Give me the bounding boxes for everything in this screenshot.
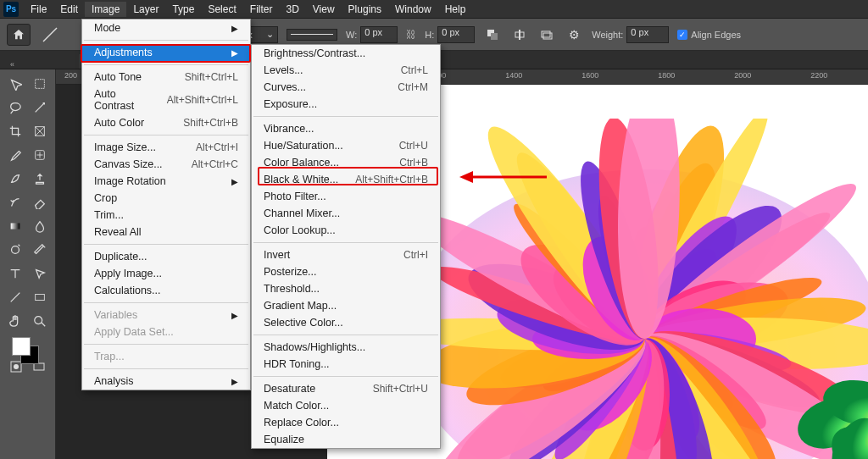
adjust-menu-gradient-map[interactable]: Gradient Map... (252, 297, 440, 314)
image-menu-auto-tone[interactable]: Auto ToneShift+Ctrl+L (82, 69, 250, 86)
image-menu-crop[interactable]: Crop (82, 190, 250, 207)
hand-icon (8, 314, 22, 328)
menubar-item-3d[interactable]: 3D (279, 2, 305, 17)
tool-type[interactable] (3, 263, 27, 285)
arrange-icon[interactable] (537, 25, 556, 44)
tool-history-brush[interactable] (3, 191, 27, 213)
tool-hand[interactable] (3, 310, 27, 332)
menu-item-label: Canvas Size... (94, 158, 163, 170)
menubar-item-edit[interactable]: Edit (53, 2, 85, 17)
tool-move[interactable] (3, 73, 27, 95)
menu-item-label: Selective Color... (264, 317, 343, 329)
adjust-menu-levels[interactable]: Levels...Ctrl+L (252, 62, 440, 79)
tool-eyedropper[interactable] (3, 144, 27, 166)
height-input[interactable]: 0 px (437, 26, 475, 43)
menu-item-label: Gradient Map... (264, 300, 337, 312)
tool-rectangle[interactable] (29, 286, 53, 308)
adjust-menu-threshold[interactable]: Threshold... (252, 280, 440, 297)
tool-lasso[interactable] (3, 97, 27, 119)
align-edges-checkbox[interactable]: ✓ (677, 30, 687, 40)
tool-crop[interactable] (3, 120, 27, 142)
align-icon[interactable] (510, 25, 529, 44)
tool-healing[interactable] (29, 144, 53, 166)
image-menu-trim[interactable]: Trim... (82, 207, 250, 224)
menu-bar: Ps FileEditImageLayerTypeSelectFilter3DV… (0, 0, 868, 19)
adjust-menu-exposure[interactable]: Exposure... (252, 96, 440, 113)
tool-marquee[interactable] (29, 73, 53, 95)
image-menu-reveal-all[interactable]: Reveal All (82, 224, 250, 241)
image-menu-mode[interactable]: Mode▶ (82, 19, 250, 36)
image-menu-adjustments[interactable]: Adjustments▶ (82, 44, 250, 61)
adjust-menu-photo-filter[interactable]: Photo Filter... (252, 188, 440, 205)
tool-blur[interactable] (29, 215, 53, 237)
foreground-swatch[interactable] (12, 337, 31, 356)
image-menu-auto-contrast[interactable]: Auto ContrastAlt+Shift+Ctrl+L (82, 86, 250, 114)
weight-input[interactable]: 0 px (626, 26, 669, 43)
image-menu-calculations[interactable]: Calculations... (82, 282, 250, 299)
image-menu-image-rotation[interactable]: Image Rotation▶ (82, 173, 250, 190)
menubar-item-layer[interactable]: Layer (126, 2, 165, 17)
width-input[interactable]: 0 px (360, 26, 398, 43)
adjust-menu-black-white[interactable]: Black & White...Alt+Shift+Ctrl+B (252, 171, 440, 188)
menubar-item-help[interactable]: Help (438, 2, 473, 17)
path-select-icon (33, 267, 47, 280)
pen-icon (33, 243, 47, 257)
menubar-item-window[interactable]: Window (388, 2, 438, 17)
image-menu-auto-color[interactable]: Auto ColorShift+Ctrl+B (82, 114, 250, 131)
adjust-menu-curves[interactable]: Curves...Ctrl+M (252, 79, 440, 96)
image-menu-apply-image[interactable]: Apply Image... (82, 265, 250, 282)
tool-eraser[interactable] (29, 191, 53, 213)
adjust-menu-color-lookup[interactable]: Color Lookup... (252, 222, 440, 239)
menu-item-label: Exposure... (264, 98, 317, 110)
tool-preset-line[interactable] (39, 24, 61, 46)
image-menu-analysis[interactable]: Analysis▶ (82, 373, 250, 390)
tool-brush[interactable] (3, 168, 27, 190)
tool-path-select[interactable] (29, 263, 53, 285)
menubar-item-type[interactable]: Type (165, 2, 201, 17)
menubar-item-image[interactable]: Image (85, 2, 126, 17)
image-menu-duplicate[interactable]: Duplicate... (82, 248, 250, 265)
adjust-menu-hue-saturation[interactable]: Hue/Saturation...Ctrl+U (252, 137, 440, 154)
color-swatches[interactable] (3, 334, 52, 373)
adjust-menu-channel-mixer[interactable]: Channel Mixer... (252, 205, 440, 222)
menu-separator (253, 242, 438, 243)
align-edges-field[interactable]: ✓ Align Edges (677, 30, 741, 40)
stroke-style-preview[interactable] (287, 29, 337, 41)
tool-clone[interactable] (29, 168, 53, 190)
adjust-menu-shadows-highlights[interactable]: Shadows/Highlights... (252, 339, 440, 356)
path-ops-icon[interactable] (483, 25, 502, 44)
gear-icon-wrap[interactable]: ⚙ (565, 25, 583, 44)
menubar-item-filter[interactable]: Filter (243, 2, 280, 17)
image-menu-canvas-size[interactable]: Canvas Size...Alt+Ctrl+C (82, 156, 250, 173)
adjust-menu-selective-color[interactable]: Selective Color... (252, 314, 440, 331)
adjust-menu-hdr-toning[interactable]: HDR Toning... (252, 356, 440, 373)
tool-gradient[interactable] (3, 215, 27, 237)
menubar-item-file[interactable]: File (24, 2, 53, 17)
adjust-menu-invert[interactable]: InvertCtrl+I (252, 246, 440, 263)
adjust-menu-posterize[interactable]: Posterize... (252, 263, 440, 280)
tool-pen[interactable] (29, 239, 53, 261)
adjust-menu-desaturate[interactable]: DesaturateShift+Ctrl+U (252, 380, 440, 397)
dodge-icon (8, 243, 22, 257)
adjust-menu-color-balance[interactable]: Color Balance...Ctrl+B (252, 154, 440, 171)
menubar-item-view[interactable]: View (306, 2, 342, 17)
svg-rect-15 (36, 294, 45, 300)
ruler-tick: 1400 (505, 71, 522, 80)
tab-overflow-icon[interactable]: « (5, 60, 19, 69)
adjust-menu-vibrance[interactable]: Vibrance... (252, 120, 440, 137)
tool-frame[interactable] (29, 120, 53, 142)
adjust-menu-replace-color[interactable]: Replace Color... (252, 414, 440, 431)
adjust-menu-equalize[interactable]: Equalize (252, 431, 440, 448)
menubar-item-plugins[interactable]: Plugins (342, 2, 388, 17)
menubar-item-select[interactable]: Select (201, 2, 242, 17)
link-wh-icon[interactable]: ⛓ (406, 29, 416, 41)
adjust-menu-brightness-contrast[interactable]: Brightness/Contrast... (252, 45, 440, 62)
tool-line[interactable] (3, 286, 27, 308)
tool-wand[interactable] (29, 97, 53, 119)
tool-zoom[interactable] (29, 310, 53, 332)
history-brush-icon (8, 196, 22, 209)
adjust-menu-match-color[interactable]: Match Color... (252, 397, 440, 414)
tool-dodge[interactable] (3, 239, 27, 261)
image-menu-image-size[interactable]: Image Size...Alt+Ctrl+I (82, 139, 250, 156)
home-button[interactable] (7, 24, 31, 46)
